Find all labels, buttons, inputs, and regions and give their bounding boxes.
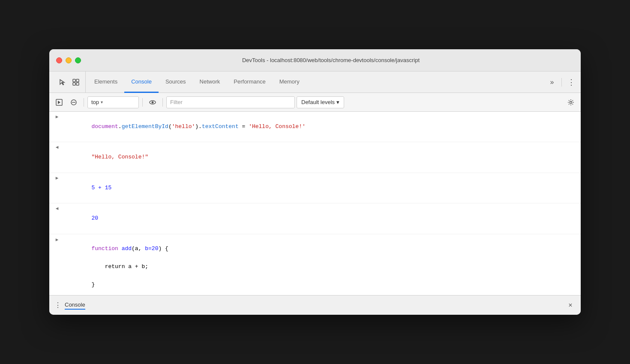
bottom-console-label: Console [65,301,85,310]
execute-button[interactable] [53,96,66,109]
console-line: ▶ 5 + 15 [49,173,581,203]
console-text: function add(a, b=20) { return a + b; } [65,235,577,295]
context-arrow-icon: ▾ [101,100,103,104]
svg-rect-1 [76,79,79,82]
log-levels-button[interactable]: Default levels ▾ [297,96,344,108]
tab-sources[interactable]: Sources [159,72,193,93]
title-bar: DevTools - localhost:8080/web/tools/chro… [49,49,581,72]
minimize-button[interactable] [66,57,72,63]
output-arrow: ◀ [49,143,65,152]
toolbar-divider-3 [162,98,163,107]
console-text: 20 [65,204,577,233]
devtools-window: DevTools - localhost:8080/web/tools/chro… [49,49,581,315]
console-line: ▶ function add(a, b=20) { return a + b; … [49,234,581,295]
window-title: DevTools - localhost:8080/web/tools/chro… [88,57,574,63]
toolbar-divider-2 [142,98,143,107]
console-toolbar: top ▾ Default levels ▾ [49,93,581,112]
maximize-button[interactable] [75,57,81,63]
tab-elements[interactable]: Elements [87,72,124,93]
svg-point-8 [152,101,154,103]
svg-rect-2 [73,83,75,85]
context-value: top [91,99,99,105]
console-text: 5 + 15 [65,174,577,202]
input-arrow: ▶ [49,174,65,182]
input-arrow: ▶ [49,113,65,121]
bottom-bar: ⋮ Console × [49,295,581,315]
tab-bar-icons [53,72,86,92]
more-tabs-button[interactable]: » [546,76,558,88]
tab-bar: Elements Console Sources Network Perform… [49,72,581,93]
bottom-menu-button[interactable]: ⋮ [54,301,61,309]
svg-rect-0 [73,79,75,82]
devtools-menu-button[interactable]: ⋮ [565,76,577,88]
clear-console-button[interactable] [67,96,80,109]
bottom-close-button[interactable]: × [565,300,576,310]
svg-point-9 [570,101,572,103]
settings-button[interactable] [564,96,577,109]
tab-memory[interactable]: Memory [273,72,306,93]
tab-bar-right: » ⋮ [546,72,577,92]
console-line: ◀ 20 [49,203,581,234]
input-arrow: ▶ [49,235,65,244]
console-line: ◀ "Hello, Console!" [49,142,581,173]
console-text: "Hello, Console!" [65,143,577,171]
output-arrow: ◀ [49,204,65,213]
levels-arrow-icon: ▾ [336,99,339,105]
console-output: ▶ document.getElementById('hello').textC… [49,112,581,295]
tab-network[interactable]: Network [193,72,227,93]
divider [561,78,562,87]
console-text: document.getElementById('hello').textCon… [65,113,577,141]
cursor-icon-button[interactable] [56,76,68,88]
svg-rect-3 [76,83,79,85]
toolbar-divider-1 [84,98,84,107]
filter-input[interactable] [166,96,295,108]
inspect-icon-button[interactable] [70,76,82,88]
traffic-lights [56,57,81,63]
context-selector[interactable]: top ▾ [87,96,139,108]
close-button[interactable] [56,57,62,63]
live-expressions-button[interactable] [146,96,159,109]
tab-console[interactable]: Console [124,72,159,93]
levels-label: Default levels [301,99,335,105]
tab-performance[interactable]: Performance [227,72,272,93]
console-line: ▶ document.getElementById('hello').textC… [49,112,581,142]
